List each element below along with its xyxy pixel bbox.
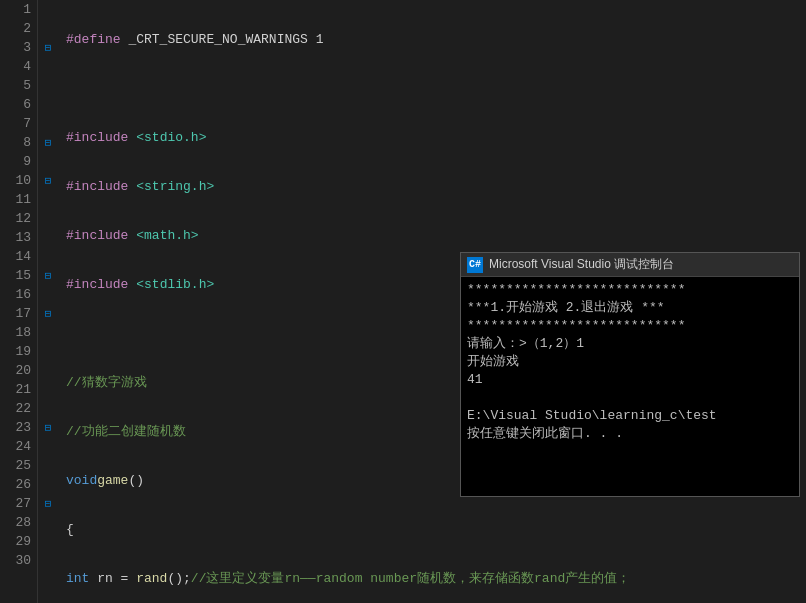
console-line-3: **************************** (467, 317, 793, 335)
console-line-8: E:\Visual Studio\learning_c\test (467, 407, 793, 425)
console-line-9: 按任意键关闭此窗口. . . (467, 425, 793, 443)
console-titlebar: C# Microsoft Visual Studio 调试控制台 (461, 253, 799, 277)
console-line-5: 开始游戏 (467, 353, 793, 371)
code-line-2 (66, 79, 806, 98)
code-editor[interactable]: 1 2 3 4 5 6 7 8 9 10 11 12 13 14 15 16 1… (0, 0, 806, 603)
fold-gutter: ⊟ ⊟ ⊟ ⊟ ⊟ ⊟ ⊟ (38, 0, 58, 603)
console-line-4: 请输入：>（1,2）1 (467, 335, 793, 353)
console-line-1: **************************** (467, 281, 793, 299)
vs-icon: C# (467, 257, 483, 273)
code-line-12: int rn = rand();//这里定义变量rn——random numbe… (66, 569, 806, 588)
code-line-3: #include <stdio.h> (66, 128, 806, 147)
console-title-text: Microsoft Visual Studio 调试控制台 (489, 256, 674, 273)
debug-console[interactable]: C# Microsoft Visual Studio 调试控制台 *******… (460, 252, 800, 497)
console-line-6: 41 (467, 371, 793, 389)
console-output: **************************** ***1.开始游戏 2… (461, 277, 799, 496)
line-numbers: 1 2 3 4 5 6 7 8 9 10 11 12 13 14 15 16 1… (0, 0, 38, 603)
code-line-11: { (66, 520, 806, 539)
code-line-4: #include <string.h> (66, 177, 806, 196)
console-line-2: ***1.开始游戏 2.退出游戏 *** (467, 299, 793, 317)
code-line-5: #include <math.h> (66, 226, 806, 245)
console-line-7 (467, 389, 793, 407)
code-line-1: #define _CRT_SECURE_NO_WARNINGS 1 (66, 30, 806, 49)
